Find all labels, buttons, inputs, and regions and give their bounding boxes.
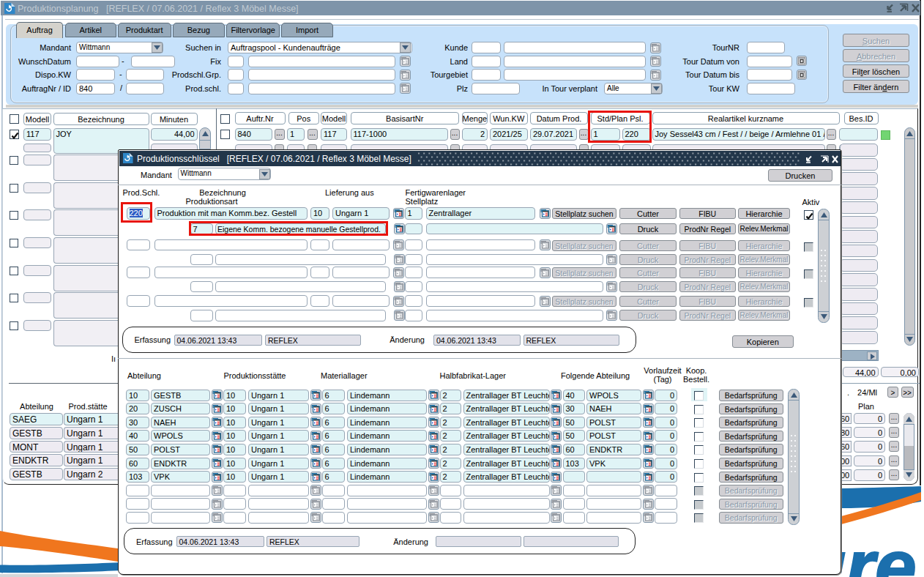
svg-text:ure: ure: [841, 525, 917, 577]
